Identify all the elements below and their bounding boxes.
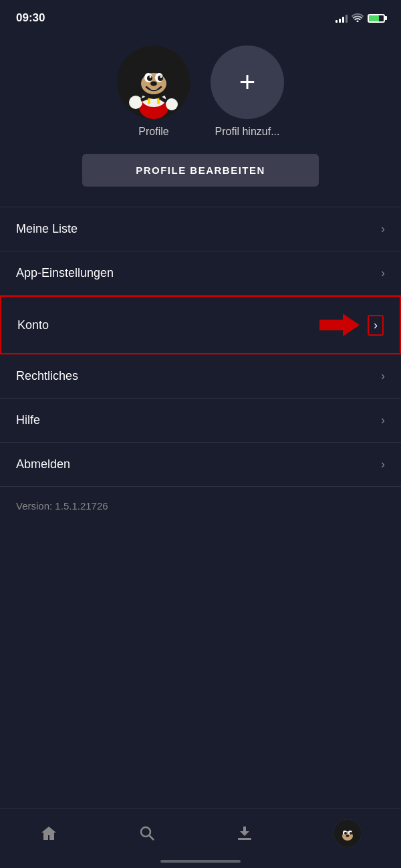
battery-icon (368, 14, 385, 23)
red-arrow-icon (319, 312, 360, 338)
menu-item-abmelden[interactable]: Abmelden › (0, 443, 401, 487)
profile-item-existing[interactable]: Profile (117, 45, 190, 138)
menu-list: Meine Liste › App-Einstellungen › Konto … (0, 207, 401, 487)
svg-point-6 (129, 96, 142, 109)
add-profile-label: Profil hinzuf... (215, 126, 280, 138)
home-icon (39, 824, 58, 843)
profile-item-add[interactable]: + Profil hinzuf... (211, 45, 284, 138)
chevron-right-icon: › (381, 266, 385, 280)
chevron-right-icon: › (381, 457, 385, 471)
signal-icon (336, 13, 348, 23)
chevron-right-icon: › (381, 413, 385, 427)
menu-item-label: App-Einstellungen (16, 266, 114, 280)
chevron-right-icon: › (381, 369, 385, 383)
svg-point-18 (150, 76, 152, 78)
nav-item-profile[interactable] (333, 819, 362, 847)
svg-point-20 (150, 82, 157, 86)
menu-item-label: Konto (17, 318, 49, 332)
menu-item-label: Hilfe (16, 413, 40, 427)
menu-item-meine-liste[interactable]: Meine Liste › (0, 207, 401, 251)
profiles-row: Profile + Profil hinzuf... (117, 45, 284, 138)
download-icon (235, 824, 254, 843)
avatar (117, 45, 190, 119)
bottom-nav (0, 808, 401, 868)
nav-item-download[interactable] (235, 824, 254, 843)
status-bar: 09:30 (0, 0, 401, 32)
edit-profiles-button[interactable]: PROFILE BEARBEITEN (82, 154, 319, 187)
menu-item-hilfe[interactable]: Hilfe › (0, 399, 401, 443)
svg-line-25 (149, 835, 154, 840)
menu-item-rechtliches[interactable]: Rechtliches › (0, 354, 401, 399)
nav-item-search[interactable] (138, 824, 156, 843)
profile-section: Profile + Profil hinzuf... PROFILE BEARB… (0, 32, 401, 207)
chevron-right-icon: › (381, 222, 385, 236)
menu-item-label: Meine Liste (16, 222, 78, 236)
svg-rect-26 (238, 838, 251, 840)
status-icons (336, 13, 385, 24)
add-profile-button[interactable]: + (211, 45, 284, 119)
profile-label: Profile (138, 126, 168, 138)
wifi-icon (352, 13, 364, 24)
search-icon (138, 824, 156, 843)
svg-point-7 (166, 98, 178, 110)
chevron-right-icon: › (368, 315, 384, 336)
menu-item-konto[interactable]: Konto › (0, 296, 401, 354)
svg-marker-23 (319, 314, 360, 336)
svg-point-24 (141, 827, 150, 837)
status-time: 09:30 (16, 11, 45, 25)
menu-item-app-einstellungen[interactable]: App-Einstellungen › (0, 251, 401, 296)
nav-item-home[interactable] (39, 824, 58, 843)
menu-item-label: Rechtliches (16, 369, 78, 383)
home-indicator (160, 860, 241, 863)
konto-right-area: › (319, 312, 384, 338)
profile-nav-avatar (333, 819, 362, 847)
version-text: Version: 1.5.1.21726 (0, 487, 401, 525)
svg-point-36 (346, 835, 349, 837)
menu-item-label: Abmelden (16, 457, 70, 471)
svg-point-34 (344, 832, 347, 835)
svg-rect-22 (143, 49, 164, 67)
svg-point-19 (160, 76, 162, 78)
svg-point-35 (350, 832, 352, 835)
